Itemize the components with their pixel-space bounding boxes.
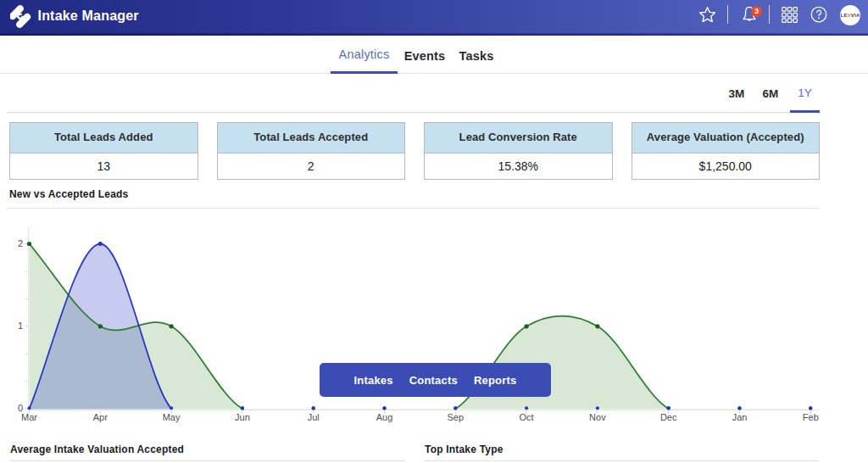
svg-text:Oct: Oct <box>520 412 534 422</box>
svg-text:Sep: Sep <box>448 412 465 422</box>
svg-text:1: 1 <box>18 321 23 331</box>
svg-text:Jul: Jul <box>308 412 320 422</box>
svg-text:Feb: Feb <box>803 412 819 422</box>
svg-text:Apr: Apr <box>93 412 108 422</box>
svg-text:Mar: Mar <box>21 412 37 422</box>
svg-text:Nov: Nov <box>589 412 606 422</box>
svg-text:Aug: Aug <box>376 412 393 422</box>
svg-text:Dec: Dec <box>660 412 677 422</box>
svg-text:Jun: Jun <box>235 412 250 422</box>
svg-text:Jan: Jan <box>732 412 748 422</box>
svg-text:2: 2 <box>18 238 23 248</box>
svg-text:May: May <box>163 412 181 422</box>
